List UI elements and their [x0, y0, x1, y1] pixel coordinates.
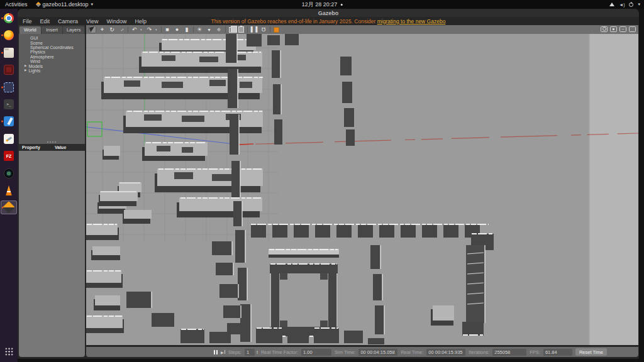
screenshot-icon[interactable] [601, 26, 608, 32]
copy-icon[interactable] [228, 26, 235, 33]
redo-history-icon[interactable]: ▾ [155, 28, 158, 31]
show-applications-icon [5, 348, 13, 356]
sim-time-label: Sim Time: [335, 349, 355, 355]
translate-mode-icon[interactable]: + [99, 26, 106, 33]
log-record-icon[interactable] [610, 26, 617, 32]
spot-light-icon[interactable]: ▼ [206, 26, 213, 33]
scale-mode-icon[interactable]: ↔ [116, 25, 127, 35]
dock-item-red-terminal[interactable] [1, 63, 17, 77]
migration-link[interactable]: migrating to the new Gazebo [377, 18, 446, 25]
rotate-mode-icon[interactable]: ↻ [108, 26, 116, 33]
point-light-icon[interactable]: ☀ [196, 26, 203, 33]
dock-item-terminal[interactable]: >_ [1, 97, 17, 111]
align-icon[interactable]: ▌▐ [250, 26, 258, 33]
reset-time-button[interactable]: Reset Time [575, 348, 607, 356]
3d-scene [86, 34, 638, 345]
snap-icon[interactable]: Ω [260, 26, 267, 33]
scene-compound-east-wall [431, 245, 485, 336]
tree-item-models[interactable]: ▶Models [19, 63, 85, 68]
gnome-top-bar: Activities gazebo11.desktop ▾ 12月 28 20:… [0, 0, 644, 9]
clock[interactable]: 12月 28 20:27 [302, 1, 343, 9]
directional-light-icon[interactable]: ≡ [214, 25, 225, 35]
menu-window[interactable]: Window [106, 18, 126, 25]
insert-box-icon[interactable]: ■ [164, 26, 171, 33]
scene-far-wall [589, 34, 638, 345]
filezilla-icon: FZ [4, 151, 14, 161]
dock-item-filezilla[interactable]: FZ [1, 149, 17, 163]
tree-item-spherical-coordinates[interactable]: Spherical Coordinates [19, 45, 85, 50]
dock-item-gazebo[interactable] [1, 200, 17, 214]
menu-edit[interactable]: Edit [40, 18, 50, 25]
plot-icon[interactable]: ~ [619, 26, 626, 32]
undo-icon[interactable]: ↶ [131, 26, 138, 33]
tree-label: GUI [30, 36, 38, 40]
dock-item-vscode[interactable] [1, 114, 17, 128]
vlc-icon [4, 185, 14, 195]
tree-item-physics[interactable]: Physics [19, 50, 85, 54]
menu-camera[interactable]: Camera [58, 18, 78, 25]
toolbar-separator [247, 26, 248, 33]
focused-app-menu[interactable]: gazebo11.desktop ▾ [36, 1, 93, 8]
expand-arrow-icon[interactable]: ▶ [25, 65, 26, 68]
render-viewport[interactable] [86, 34, 638, 345]
main-toolbar: + ↻ ↔ ↶ ▾ ↷ ▾ ■ ● ▮ ☀ ▼ ≡ ▌▐ Ω ~ [86, 25, 638, 34]
show-applications-button[interactable] [1, 344, 17, 358]
menu-view[interactable]: View [86, 18, 98, 25]
rtf-field[interactable]: 1.00 [301, 349, 331, 356]
tree-item-lights[interactable]: ▶Lights [19, 69, 85, 73]
toolbar-separator [161, 26, 162, 33]
property-table[interactable] [19, 151, 85, 357]
app-icon [35, 2, 40, 7]
property-column-header: Property [22, 145, 55, 150]
dock-item-screenshot[interactable] [1, 80, 17, 94]
expand-arrow-icon[interactable]: ▶ [25, 69, 26, 72]
fps-label: FPS: [530, 349, 540, 355]
video-record-icon[interactable] [629, 26, 636, 32]
dock-item-camera[interactable] [1, 167, 17, 180]
volume-icon: ◄) [619, 3, 625, 7]
scene-bottom-row [180, 328, 384, 344]
property-table-header: Property Value [19, 144, 85, 151]
dock-item-vlc[interactable] [1, 184, 17, 197]
dock-item-chrome[interactable] [1, 11, 17, 25]
steps-input[interactable]: 1 [245, 349, 255, 356]
system-status-area[interactable]: ◄) ▾ [609, 0, 640, 9]
tree-item-wind[interactable]: Wind [19, 59, 85, 63]
redo-icon[interactable]: ↷ [146, 26, 153, 33]
tree-item-gui[interactable]: GUI [19, 36, 85, 40]
viewport-tools: ~ [601, 26, 636, 32]
dock-item-firefox[interactable] [1, 28, 17, 42]
step-button[interactable]: ▶ [221, 350, 225, 354]
insert-highlight-icon[interactable] [272, 26, 280, 33]
insert-sphere-icon[interactable]: ● [174, 26, 181, 33]
panel-splitter[interactable] [19, 140, 85, 144]
tree-item-scene[interactable]: Scene [19, 40, 85, 45]
files-icon [4, 48, 14, 58]
tree-item-atmosphere[interactable]: Atmosphere [19, 55, 85, 59]
steps-spinner[interactable]: ▴▾ [257, 350, 258, 354]
paste-icon[interactable] [238, 26, 245, 33]
tab-insert[interactable]: Insert [42, 26, 63, 35]
tab-layers[interactable]: Layers [63, 26, 84, 35]
chrome-icon [4, 13, 14, 23]
activities-button[interactable]: Activities [5, 1, 28, 8]
menu-file[interactable]: File [23, 18, 32, 25]
tab-world[interactable]: World [19, 26, 41, 35]
select-mode-icon[interactable] [89, 26, 96, 33]
real-time-field: 00 00:04:15.935 [426, 349, 465, 356]
menu-bar: File Edit Camera View Window Help This v… [18, 17, 639, 25]
value-column-header: Value [55, 145, 66, 150]
insert-cylinder-icon[interactable]: ▮ [183, 26, 191, 33]
dock-item-text-editor[interactable] [1, 132, 17, 146]
pause-button[interactable] [214, 350, 218, 354]
camera-app-icon [4, 168, 14, 178]
dock-item-files[interactable] [1, 46, 17, 60]
terminal-icon: >_ [4, 99, 14, 109]
network-icon [609, 3, 614, 6]
menu-help[interactable]: Help [135, 18, 147, 25]
screenshot-tool-icon [4, 82, 14, 92]
tree-label: Atmosphere [30, 55, 54, 59]
eol-warning-text: This version of Gazebo reaches end-of-li… [211, 18, 377, 25]
window-titlebar[interactable]: Gazebo [18, 9, 639, 17]
undo-history-icon[interactable]: ▾ [140, 28, 143, 31]
